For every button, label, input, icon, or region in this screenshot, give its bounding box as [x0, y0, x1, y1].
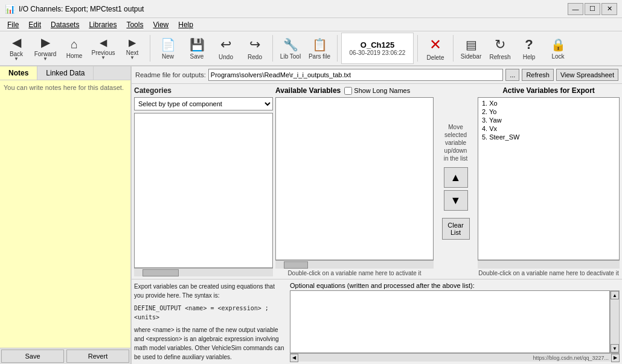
eq-scroll-down[interactable]: ▼ — [611, 344, 619, 353]
notes-text: You can write notes here for this datase… — [4, 84, 124, 91]
tabs-row: Notes Linked Data — [0, 66, 130, 80]
menu-tools[interactable]: Tools — [121, 19, 148, 30]
close-button[interactable]: ✕ — [601, 3, 617, 15]
next-dropdown-arrow: ▼ — [130, 55, 135, 60]
redo-button[interactable]: ↪ Redo — [241, 33, 269, 64]
eq-scroll-up[interactable]: ▲ — [611, 291, 619, 299]
browse-button[interactable]: ... — [505, 69, 519, 81]
categories-hscroll[interactable] — [134, 268, 273, 276]
minimize-button[interactable]: — — [568, 3, 583, 15]
clear-list-button[interactable]: Clear List — [442, 218, 470, 240]
dataset-info: O_Ch125 06-30-2019 23:06:22 — [341, 33, 414, 64]
view-spreadsheet-button[interactable]: View Spreadsheet — [556, 69, 618, 81]
home-label: Home — [66, 53, 83, 59]
categories-title: Categories — [134, 86, 273, 95]
refresh-button[interactable]: Refresh — [522, 69, 554, 81]
menu-datasets[interactable]: Datasets — [46, 19, 84, 30]
readme-label: Readme file for outputs: — [135, 71, 206, 78]
active-item-3[interactable]: 4. Vx — [481, 124, 617, 133]
active-item-1[interactable]: 2. Yo — [481, 107, 617, 116]
show-long-names-checkbox[interactable] — [344, 87, 352, 95]
revert-button[interactable]: Revert — [66, 350, 129, 363]
dataset-name: O_Ch125 — [361, 40, 394, 49]
equations-textarea[interactable] — [290, 290, 610, 353]
window-controls: — ☐ ✕ — [568, 3, 617, 15]
sidebar-icon: ▤ — [466, 37, 477, 52]
separator-4 — [417, 35, 418, 62]
lock-icon: 🔒 — [551, 37, 566, 52]
menu-file[interactable]: File — [2, 19, 24, 30]
refresh-toolbar-button[interactable]: ↻ Refresh — [486, 33, 514, 64]
undo-button[interactable]: ↩ Undo — [212, 33, 240, 64]
export-intro: Export variables can be created using eq… — [134, 282, 285, 300]
categories-list[interactable] — [134, 113, 273, 268]
menu-help[interactable]: Help — [173, 19, 198, 30]
new-button[interactable]: 📄 New — [154, 33, 182, 64]
avail-hscroll-thumb — [284, 261, 308, 269]
main-content: Notes Linked Data You can write notes he… — [0, 66, 622, 364]
separator-1 — [150, 35, 150, 62]
export-syntax: DEFINE_OUTPUT <name> = <expression> ; <u… — [134, 304, 285, 322]
separator-5 — [453, 35, 454, 62]
next-button[interactable]: ▶ Next ▼ — [118, 33, 146, 64]
save-button[interactable]: Save — [1, 350, 64, 363]
category-dropdown[interactable]: Select by type of component — [134, 97, 273, 110]
active-variables-hint: Double-click on a variable name here to … — [478, 270, 620, 276]
clear-label-1: Clear — [447, 222, 463, 229]
undo-label: Undo — [219, 54, 233, 60]
libtool-button[interactable]: 🔧 Lib Tool — [277, 33, 304, 64]
title-bar-text: I/O Channels: Export; MPCtest1 output — [19, 5, 568, 13]
sidebar-button[interactable]: ▤ Sidebar — [457, 33, 485, 64]
lock-label: Lock — [551, 53, 564, 60]
equations-scrollbar[interactable]: ▲ ▼ — [610, 290, 620, 353]
maximize-button[interactable]: ☐ — [585, 3, 600, 15]
move-up-button[interactable]: ▲ — [444, 167, 468, 188]
export-description: where <name> is the name of the new outp… — [134, 325, 285, 362]
delete-button[interactable]: ✕ Delete — [422, 33, 449, 64]
notes-content: You can write notes here for this datase… — [0, 80, 130, 348]
next-icon: ▶ — [129, 37, 136, 48]
avail-hscroll[interactable] — [275, 260, 434, 269]
home-button[interactable]: ⌂ Home — [60, 33, 88, 64]
libtool-label: Lib Tool — [280, 53, 301, 60]
move-down-button[interactable]: ▼ — [444, 190, 468, 211]
hscroll-left[interactable]: ◀ — [290, 354, 298, 362]
previous-dropdown-arrow: ▼ — [101, 55, 106, 60]
available-variables-panel: Available Variables Show Long Names Doub… — [275, 86, 434, 276]
right-panel: Readme file for outputs: ... Refresh Vie… — [132, 66, 622, 364]
parsfile-icon: 📋 — [312, 37, 327, 52]
redo-label: Redo — [248, 54, 262, 60]
home-icon: ⌂ — [71, 37, 78, 51]
equations-area: Optional equations (written and processe… — [290, 282, 620, 362]
readme-path-input[interactable] — [208, 69, 503, 81]
hscroll-right[interactable]: ▶ — [611, 354, 620, 362]
active-item-2[interactable]: 3. Yaw — [481, 116, 617, 124]
available-variables-hint: Double-click on a variable name here to … — [275, 270, 434, 276]
active-hscroll[interactable] — [478, 260, 620, 269]
forward-dropdown-arrow: ▼ — [43, 56, 48, 62]
equations-container: ▲ ▼ — [290, 290, 620, 353]
categories-panel: Categories Select by type of component — [134, 86, 273, 276]
save-toolbar-button[interactable]: 💾 Save — [183, 33, 211, 64]
categories-hscroll-thumb — [143, 269, 179, 276]
menu-view[interactable]: View — [148, 19, 173, 30]
previous-button[interactable]: ◀ Previous ▼ — [89, 33, 117, 64]
equations-hscroll[interactable]: ◀ https://blog.csdn.net/qq_3227... ▶ — [290, 353, 620, 362]
back-button[interactable]: ◀ Back ▼ — [2, 33, 30, 64]
parsfile-button[interactable]: 📋 Pars file — [306, 33, 333, 64]
forward-button[interactable]: ▶ Forward ▼ — [31, 33, 59, 64]
equations-label: Optional equations (written and processe… — [290, 282, 620, 289]
lock-button[interactable]: 🔒 Lock — [544, 33, 572, 64]
menu-edit[interactable]: Edit — [24, 19, 46, 30]
sidebar-label: Sidebar — [461, 53, 481, 60]
menu-libraries[interactable]: Libraries — [84, 19, 121, 30]
undo-icon: ↩ — [220, 37, 231, 53]
active-variables-list[interactable]: 1. Xo 2. Yo 3. Yaw 4. Vx 5. Steer_SW — [478, 97, 620, 260]
tab-notes[interactable]: Notes — [0, 66, 37, 80]
active-variables-panel: Active Variables for Export 1. Xo 2. Yo … — [478, 86, 620, 276]
active-item-4[interactable]: 5. Steer_SW — [481, 133, 617, 141]
active-item-0[interactable]: 1. Xo — [481, 99, 617, 107]
help-button[interactable]: ? Help — [515, 33, 543, 64]
available-variables-list[interactable] — [275, 97, 434, 260]
tab-linked-data[interactable]: Linked Data — [37, 66, 94, 80]
